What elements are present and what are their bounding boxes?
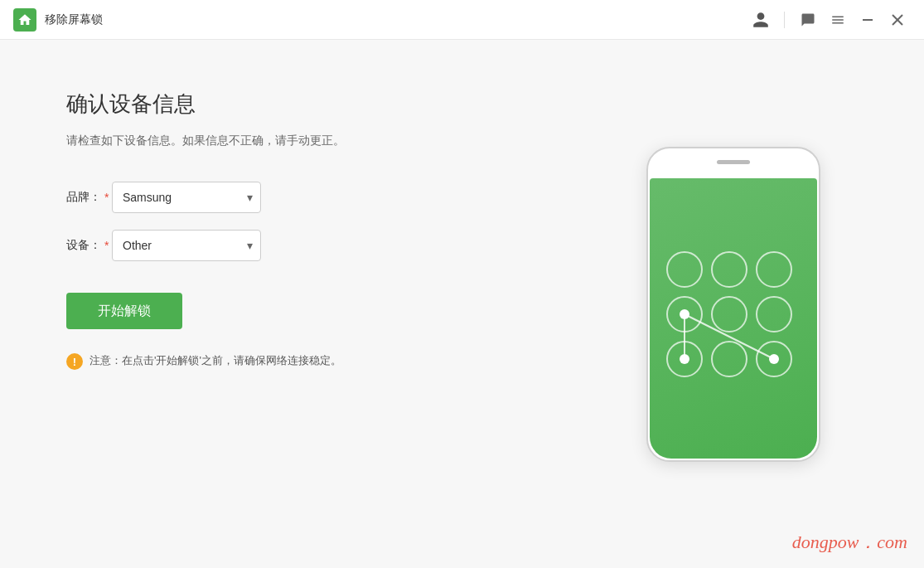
- dot-6: [666, 341, 703, 377]
- svg-rect-0: [863, 19, 873, 21]
- brand-row: 品牌： * Samsung Huawei Xiaomi OPPO vivo Ot…: [66, 182, 510, 213]
- watermark: dongpow．com: [792, 530, 907, 555]
- page-subtitle: 请检查如下设备信息。如果信息不正确，请手动更正。: [66, 134, 510, 148]
- right-panel: [576, 40, 924, 568]
- title-bar-right: [747, 7, 911, 33]
- brand-select[interactable]: Samsung Huawei Xiaomi OPPO vivo Other: [112, 182, 261, 213]
- left-panel: 确认设备信息 请检查如下设备信息。如果信息不正确，请手动更正。 品牌： * Sa…: [0, 40, 576, 568]
- main-content: 确认设备信息 请检查如下设备信息。如果信息不正确，请手动更正。 品牌： * Sa…: [0, 40, 924, 568]
- dot-8: [756, 341, 792, 377]
- menu-icon: [830, 12, 845, 27]
- user-icon: [752, 11, 770, 29]
- minimize-icon: [863, 19, 873, 21]
- message-icon: [801, 12, 815, 27]
- pattern-lock: [666, 251, 801, 386]
- title-bar: 移除屏幕锁: [0, 0, 924, 40]
- device-label: 设备： *: [66, 238, 112, 253]
- app-title: 移除屏幕锁: [45, 12, 103, 27]
- brand-select-wrapper: Samsung Huawei Xiaomi OPPO vivo Other: [112, 182, 261, 213]
- notice-text: 注意：在点击'开始解锁'之前，请确保网络连接稳定。: [89, 352, 341, 369]
- title-bar-left: 移除屏幕锁: [13, 8, 747, 32]
- phone-body: [646, 147, 820, 462]
- phone-screen: [650, 178, 817, 459]
- dot-7: [711, 341, 747, 377]
- device-select-wrapper: Other Galaxy S Galaxy Note Galaxy A: [112, 230, 261, 261]
- minimize-button[interactable]: [854, 7, 881, 33]
- separator: [784, 12, 785, 28]
- user-icon-button[interactable]: [747, 7, 774, 33]
- dot-grid: [666, 251, 801, 377]
- message-button[interactable]: [795, 7, 821, 33]
- dot-2: [756, 251, 792, 288]
- close-icon: [892, 14, 903, 26]
- menu-button[interactable]: [825, 7, 851, 33]
- notice-icon: !: [66, 353, 83, 370]
- page-title: 确认设备信息: [66, 90, 510, 119]
- app-icon: [13, 8, 36, 32]
- dot-0: [666, 251, 703, 288]
- close-button[interactable]: [884, 7, 911, 33]
- home-icon: [17, 12, 32, 27]
- phone-speaker: [717, 160, 750, 164]
- device-select[interactable]: Other Galaxy S Galaxy Note Galaxy A: [112, 230, 261, 261]
- device-row: 设备： * Other Galaxy S Galaxy Note Galaxy …: [66, 230, 510, 261]
- dot-4: [711, 296, 747, 333]
- notice-row: ! 注意：在点击'开始解锁'之前，请确保网络连接稳定。: [66, 352, 510, 370]
- dot-3: [666, 296, 703, 333]
- start-unlock-button[interactable]: 开始解锁: [66, 293, 182, 329]
- phone-illustration: [646, 147, 820, 462]
- dot-1: [711, 251, 747, 288]
- brand-label: 品牌： *: [66, 190, 112, 205]
- dot-5: [756, 296, 792, 333]
